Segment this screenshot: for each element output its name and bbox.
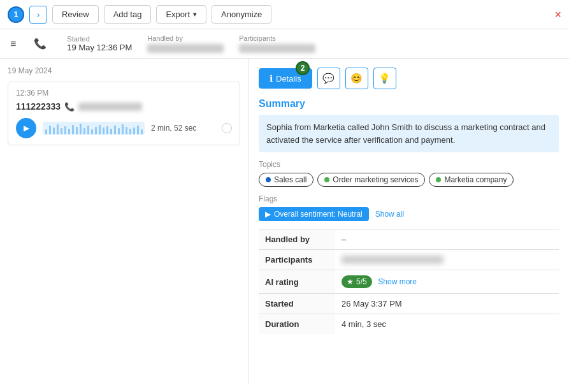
rating-badge: ★ 5/5 bbox=[342, 275, 372, 288]
menu-icon: ≡ bbox=[10, 38, 16, 50]
review-button[interactable]: Review bbox=[52, 5, 99, 24]
right-panel: ℹ Details 2 💬 😊 💡 Summary Sophia from Ma… bbox=[248, 59, 569, 384]
cell-ai-rating-value: ★ 5/5 Show more bbox=[335, 270, 559, 294]
toolbar: 1 › Review Add tag Export ▾ Anonymize × bbox=[0, 0, 569, 29]
waveform bbox=[43, 122, 145, 134]
show-all-link[interactable]: Show all bbox=[375, 210, 404, 219]
participants-cell-blurred bbox=[342, 256, 443, 264]
tabs-row: ℹ Details 2 💬 😊 💡 bbox=[259, 68, 559, 89]
started-info: Started 19 May 12:36 PM bbox=[67, 35, 132, 52]
show-more-link[interactable]: Show more bbox=[378, 277, 417, 286]
add-tag-button[interactable]: Add tag bbox=[104, 5, 152, 24]
cell-handled-label: Handled by bbox=[259, 229, 335, 250]
topics-label: Topics bbox=[259, 160, 559, 169]
play-button[interactable]: ▶ bbox=[16, 118, 36, 138]
participants-label: Participants bbox=[239, 34, 315, 42]
cell-duration-value: 4 min, 3 sec bbox=[335, 314, 559, 335]
summary-text: Sophia from Marketia called John Smith t… bbox=[259, 115, 559, 152]
rating-value: 5/5 bbox=[356, 277, 367, 286]
call-time: 12:36 PM bbox=[16, 89, 232, 98]
flags-row: ▶ Overall sentiment: Neutral Show all bbox=[259, 207, 559, 221]
started-value: 19 May 12:36 PM bbox=[67, 43, 132, 52]
details-table: Handled by – Participants AI rating ★ 5/… bbox=[259, 229, 559, 334]
details-icon: ℹ bbox=[270, 73, 273, 83]
close-button[interactable]: × bbox=[554, 8, 561, 21]
left-panel: 19 May 2024 12:36 PM 111222333 📞 ▶ bbox=[0, 59, 248, 384]
participants-value bbox=[239, 44, 315, 53]
topic-label-marketia: Marketia company bbox=[444, 175, 507, 184]
topic-dot-green1 bbox=[324, 177, 329, 182]
caller-name-blurred bbox=[78, 103, 142, 111]
call-number: 111222333 📞 bbox=[16, 101, 232, 112]
cell-started-value: 26 May 3:37 PM bbox=[335, 294, 559, 314]
toolbar-left: 1 › Review Add tag Export ▾ Anonymize bbox=[8, 5, 271, 24]
radio-circle bbox=[222, 123, 232, 133]
export-label: Export bbox=[166, 10, 190, 19]
star-icon: ★ bbox=[347, 277, 354, 286]
handled-by-label: Handled by bbox=[147, 34, 224, 42]
topic-label-order: Order marketing services bbox=[333, 175, 418, 184]
summary-title: Summary bbox=[259, 98, 559, 110]
participants-info: Participants bbox=[239, 34, 315, 53]
table-row-ai-rating: AI rating ★ 5/5 Show more bbox=[259, 270, 559, 294]
topic-chip-sales: Sales call bbox=[259, 173, 313, 187]
sentiment-badge: ▶ Overall sentiment: Neutral bbox=[259, 207, 369, 221]
topic-dot-blue bbox=[266, 177, 271, 182]
tab-bulb-button[interactable]: 💡 bbox=[373, 68, 396, 89]
call-info-bar: ≡ 📞 Started 19 May 12:36 PM Handled by P… bbox=[0, 29, 569, 59]
topic-chip-order: Order marketing services bbox=[317, 173, 425, 187]
call-controls: ▶ bbox=[16, 118, 232, 138]
cell-participants-label: Participants bbox=[259, 250, 335, 270]
bulb-icon: 💡 bbox=[378, 73, 391, 84]
export-button[interactable]: Export ▾ bbox=[156, 5, 206, 24]
chevron-button[interactable]: › bbox=[29, 6, 47, 24]
sentiment-text: Overall sentiment: Neutral bbox=[274, 210, 363, 219]
date-label: 19 May 2024 bbox=[8, 66, 240, 75]
anonymize-button[interactable]: Anonymize bbox=[212, 5, 271, 24]
table-row-handled: Handled by – bbox=[259, 229, 559, 250]
call-card: 12:36 PM 111222333 📞 ▶ bbox=[8, 82, 240, 145]
tab-chat-button[interactable]: 💬 bbox=[317, 68, 340, 89]
started-label: Started bbox=[67, 35, 132, 43]
tab-details-label: Details bbox=[276, 74, 301, 83]
cell-ai-rating-label: AI rating bbox=[259, 270, 335, 294]
flags-label: Flags bbox=[259, 194, 559, 203]
topic-chip-marketia: Marketia company bbox=[429, 173, 514, 187]
step2-badge: 2 bbox=[296, 61, 310, 75]
table-row-started: Started 26 May 3:37 PM bbox=[259, 294, 559, 314]
call-duration: 2 min, 52 sec bbox=[151, 124, 196, 133]
tab-emoji-button[interactable]: 😊 bbox=[345, 68, 368, 89]
topic-dot-green2 bbox=[436, 177, 441, 182]
sentiment-play-icon: ▶ bbox=[265, 210, 271, 219]
main-layout: 19 May 2024 12:36 PM 111222333 📞 ▶ bbox=[0, 59, 569, 384]
cell-handled-value: – bbox=[335, 229, 559, 250]
table-row-participants: Participants bbox=[259, 250, 559, 270]
cell-participants-value bbox=[335, 250, 559, 270]
topics-row: Sales call Order marketing services Mark… bbox=[259, 173, 559, 187]
chat-icon: 💬 bbox=[322, 73, 335, 84]
handled-by-info: Handled by bbox=[147, 34, 224, 53]
handled-by-value bbox=[147, 44, 224, 53]
table-row-duration: Duration 4 min, 3 sec bbox=[259, 314, 559, 335]
cell-started-label: Started bbox=[259, 294, 335, 314]
export-chevron-icon: ▾ bbox=[193, 10, 197, 18]
call-phone-icon: 📞 bbox=[64, 102, 75, 112]
phone-icon: 📞 bbox=[34, 38, 47, 50]
emoji-icon: 😊 bbox=[350, 73, 363, 84]
step1-badge: 1 bbox=[8, 6, 24, 23]
topic-label-sales: Sales call bbox=[274, 175, 306, 184]
cell-duration-label: Duration bbox=[259, 314, 335, 335]
